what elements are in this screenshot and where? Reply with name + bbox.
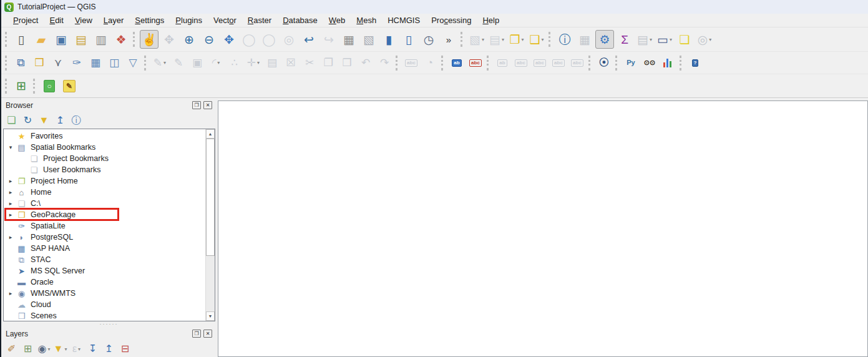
quickmap-search-button[interactable]: ○ [40,77,59,95]
map-tips-button[interactable]: ❏ [675,30,694,49]
layers-float-button[interactable]: ❐ [192,330,201,338]
measure-line-button-dropdown[interactable]: ▾ [670,37,672,42]
toolbar-drag-handle[interactable] [5,56,8,71]
expander-icon[interactable]: ▸ [7,200,14,207]
show-statistics-button[interactable]: Σ [615,30,634,49]
new-shapefile-layer-button[interactable]: ⋎ [49,54,67,71]
tree-item-postgresql[interactable]: ▸◗PostgreSQL [4,232,205,243]
filter-legend-button-dropdown[interactable]: ▾ [64,346,67,352]
toolbar-drag-handle[interactable] [615,56,618,71]
browser-properties-button[interactable]: ⓘ [69,114,84,127]
menu-edit[interactable]: Edit [44,14,69,27]
zoom-full-extent-button[interactable]: ✥ [220,30,238,49]
save-project-button[interactable]: ▣ [52,30,71,49]
browser-refresh-button[interactable]: ↻ [21,114,35,127]
expander-icon[interactable]: ▸ [7,290,14,296]
toolbar-drag-handle[interactable] [680,56,683,71]
menu-processing[interactable]: Processing [426,14,477,27]
tree-item-ms-sql-server[interactable]: ➤MS SQL Server [4,265,205,276]
menu-view[interactable]: View [69,14,98,27]
new-temporary-scratch-layer-button[interactable]: ✑ [68,54,85,71]
menu-settings[interactable]: Settings [129,14,170,27]
tree-item-spatialite[interactable]: ✑SpatiaLite [4,220,205,232]
scrollbar-thumb[interactable] [206,139,215,256]
osm-edit-button[interactable]: ✎ [60,77,79,95]
tree-item-oracle[interactable]: ▬Oracle [4,276,205,288]
tree-item-geopackage[interactable]: ▸❒GeoPackage [4,209,205,220]
add-spreadsheet-layer-button[interactable]: ⊞ [12,77,31,95]
toolbar-drag-handle[interactable] [133,32,136,47]
layer-styling-dock-button[interactable]: ✐ [4,342,19,356]
menu-raster[interactable]: Raster [242,14,277,27]
measure-line-button[interactable]: ▭▾ [655,30,674,49]
tree-item-cloud[interactable]: ☁Cloud [4,299,205,310]
zoom-in-button[interactable]: ⊕ [180,30,198,49]
menu-hcmgis[interactable]: HCMGIS [382,14,426,27]
new-geopackage-layer-button[interactable]: ❒ [31,54,48,71]
new-mesh-layer-button[interactable]: ◫ [105,54,123,71]
tree-item-sap-hana[interactable]: ▦SAP HANA [4,243,205,254]
tree-item-stac[interactable]: ⧉STAC [4,254,205,265]
browser-collapse-all-button[interactable]: ↥ [53,114,67,127]
tree-item-project-bookmarks[interactable]: ❏Project Bookmarks [4,153,205,164]
identify-features-button[interactable]: ⓘ [555,30,574,49]
tree-item-user-bookmarks[interactable]: ❏User Bookmarks [4,164,205,175]
new-map-view-button[interactable]: ▦ [339,30,358,49]
expander-icon[interactable]: ▸ [7,212,14,218]
zoom-out-button[interactable]: ⊖ [200,30,218,49]
show-spatial-bookmarks-button[interactable]: ▯ [399,30,418,49]
expander-icon[interactable]: ▸ [7,178,14,184]
remove-layer-group-button[interactable]: ⊟ [118,342,132,356]
menu-vector[interactable]: Vector [208,14,242,27]
menu-database[interactable]: Database [277,14,323,27]
panel-splitter-handle[interactable]: ······ [1,321,217,326]
toolbar-drag-handle[interactable] [144,56,147,71]
scrollbar-down-button[interactable]: ▼ [206,311,215,321]
toolbar-drag-handle[interactable] [33,79,36,94]
browser-filter-button[interactable]: ▼ [37,114,51,127]
tree-item-scenes[interactable]: ❒Scenes [4,310,205,321]
style-manager-button[interactable]: ❖ [112,30,130,49]
open-project-button[interactable]: ▰ [32,30,51,49]
layers-close-button[interactable]: ✕ [203,330,212,338]
processing-toolbox-button[interactable]: ⚙ [595,30,614,49]
tree-item-project-home[interactable]: ▸❐Project Home [4,175,205,187]
map-canvas[interactable] [218,100,868,357]
expander-icon[interactable]: ▸ [7,189,14,195]
pan-map-button[interactable]: ✌ [140,30,158,49]
new-virtual-layer-button[interactable]: ▦ [87,54,104,71]
search-plugin-button[interactable]: ⊙⊙ [641,54,658,71]
tree-item-favorites[interactable]: ★Favorites [4,130,205,142]
toolbar-drag-handle[interactable] [461,32,464,47]
hcmgis-statistics-button[interactable] [660,54,677,71]
toolbar-drag-handle[interactable] [441,56,444,71]
manage-map-themes-button-dropdown[interactable]: ▾ [47,346,50,352]
expander-icon[interactable]: ▸ [7,234,14,240]
deselect-features-button[interactable]: ❐▾ [507,30,526,49]
menu-plugins[interactable]: Plugins [170,14,208,27]
toolbar-drag-handle[interactable] [588,56,592,71]
browser-float-button[interactable]: ❐ [192,101,201,109]
menu-help[interactable]: Help [477,14,505,27]
toolbar-overflow-chevron[interactable]: » [439,30,458,49]
filter-legend-button[interactable]: ▼▾ [53,342,67,356]
data-source-manager-button[interactable]: ⧉ [12,54,29,71]
menu-project[interactable]: Project [7,14,44,27]
collapse-all-layers-button[interactable]: ↥ [102,342,116,356]
tree-item-home[interactable]: ▸⌂Home [4,187,205,198]
menu-layer[interactable]: Layer [98,14,130,27]
new-spatial-bookmark-button[interactable]: ▮ [379,30,398,49]
label-toolbar-blue-button[interactable]: ab [448,54,466,71]
expander-icon[interactable]: ▾ [7,144,14,150]
toolbar-drag-handle[interactable] [487,56,490,71]
select-by-location-button-dropdown[interactable]: ▾ [542,37,544,42]
toolbar-drag-handle[interactable] [549,32,552,47]
tree-item-wms-wmts[interactable]: ▸◉WMS/WMTS [4,288,205,299]
osm-place-search-button[interactable]: ⦿ [595,54,613,71]
tree-item-c[interactable]: ▸❏C:\ [4,198,205,209]
expand-all-layers-button[interactable]: ↧ [85,342,100,356]
temporal-controller-button[interactable]: ◷ [419,30,438,49]
manage-map-themes-button[interactable]: ◉▾ [37,342,51,356]
show-layout-manager-button[interactable]: ▥ [92,30,110,49]
toolbar-drag-handle[interactable] [5,79,8,94]
